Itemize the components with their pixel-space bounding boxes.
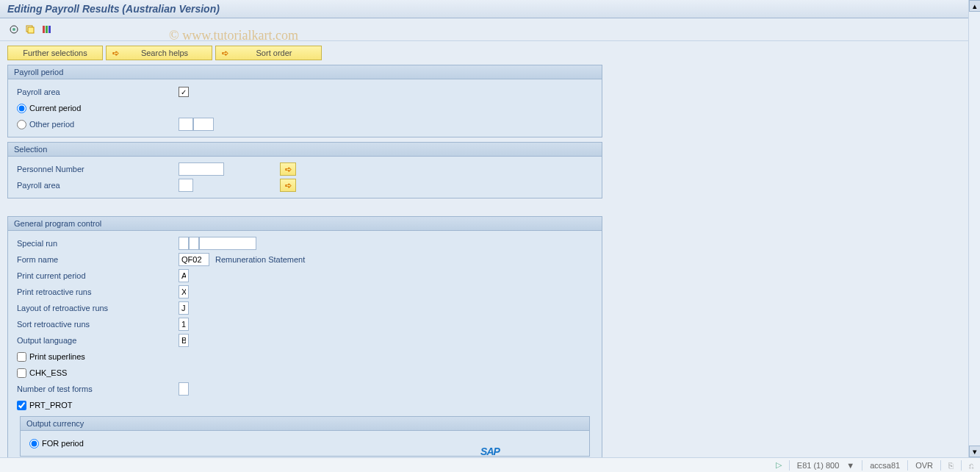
current-period-label: Current period [29,104,81,112]
toolbar [0,18,980,41]
main-content: Payroll period Payroll area ✓ Current pe… [0,65,610,460]
other-period-input-2[interactable] [193,118,214,131]
form-name-label: Form name [17,255,179,264]
special-run-input-3[interactable] [199,237,256,250]
personnel-number-input[interactable] [179,162,224,176]
button-row: Further selections ➪ Search helps ➪ Sort… [0,41,980,65]
status-bar: ▷ E81 (1) 800 ▼ accsa81 OVR ⎘ ⎌ [0,457,980,472]
num-test-forms-input[interactable] [179,382,189,396]
arrow-right-icon: ➪ [285,165,292,174]
layout-retro-input[interactable] [179,301,189,315]
other-period-input-1[interactable] [179,118,193,131]
payroll-period-group: Payroll period Payroll area ✓ Current pe… [7,65,602,137]
dropdown-icon[interactable]: ▼ [846,461,854,470]
prt-prot-label: PRT_PROT [29,401,72,410]
special-run-label: Special run [17,239,179,248]
payroll-period-header: Payroll period [8,65,602,79]
execute-icon[interactable] [7,23,21,36]
menu-icon[interactable] [40,23,53,36]
svg-rect-6 [48,26,51,33]
sort-order-label: Sort order [233,49,315,57]
status-server: accsa81 [870,461,900,470]
print-retro-input[interactable] [179,285,189,298]
status-mode: OVR [915,461,933,470]
general-control-group: General program control Special run Form… [7,216,602,460]
form-name-desc: Remuneration Statement [215,255,305,264]
personnel-number-label: Personnel Number [17,165,179,174]
output-currency-header: Output currency [21,417,589,431]
scroll-down-button[interactable]: ▾ [969,446,980,457]
selection-header: Selection [8,143,602,157]
status-nav-icon[interactable]: ▷ [776,460,782,470]
sap-logo: SAP [480,446,500,457]
special-run-input-1[interactable] [179,237,189,250]
svg-point-1 [12,28,15,31]
search-helps-button[interactable]: ➪ Search helps [106,46,212,60]
svg-rect-5 [46,26,48,33]
for-period-label: FOR period [42,439,84,448]
print-superlines-label: Print superlines [29,352,85,361]
print-current-label: Print current period [17,271,179,280]
sort-retro-input[interactable] [179,318,189,331]
scroll-up-button[interactable]: ▴ [969,0,980,12]
variant-icon[interactable] [24,23,37,36]
vertical-scrollbar[interactable]: ▴ ▾ [968,0,980,457]
further-selections-label: Further selections [23,49,87,57]
status-icon-2[interactable]: ⎌ [969,461,974,470]
status-icon-1[interactable]: ⎘ [948,461,954,470]
page-title: Editing Payroll Results (Australian Vers… [7,3,220,15]
further-selections-button[interactable]: Further selections [7,46,103,60]
prt-prot-checkbox[interactable] [17,401,26,410]
output-lang-input[interactable] [179,334,189,347]
arrow-right-icon: ➪ [285,181,292,190]
payroll-area-required-icon: ✓ [179,87,189,97]
selection-payroll-area-label: Payroll area [17,181,179,190]
search-helps-label: Search helps [123,49,206,57]
chk-ess-checkbox[interactable] [17,368,26,378]
title-bar: Editing Payroll Results (Australian Vers… [0,0,980,18]
output-lang-label: Output language [17,336,179,345]
current-period-radio[interactable] [17,104,26,113]
payroll-area-label: Payroll area [17,87,179,96]
other-period-radio[interactable] [17,120,26,129]
print-current-input[interactable] [179,269,189,282]
arrow-right-icon: ➪ [112,49,119,58]
sort-retro-label: Sort retroactive runs [17,320,179,329]
chk-ess-label: CHK_ESS [29,368,67,377]
personnel-number-multi-button[interactable]: ➪ [280,162,296,176]
for-period-radio[interactable] [29,439,39,448]
svg-rect-4 [43,26,45,33]
payroll-area-multi-button[interactable]: ➪ [280,179,296,192]
print-retro-label: Print retroactive runs [17,287,179,296]
special-run-input-2[interactable] [189,237,199,250]
arrow-right-icon: ➪ [222,49,228,58]
status-system: E81 (1) 800 [797,461,839,470]
layout-retro-label: Layout of retroactive runs [17,304,179,312]
general-control-header: General program control [8,217,602,231]
num-test-forms-label: Number of test forms [17,385,179,393]
selection-group: Selection Personnel Number ➪ Payroll are… [7,142,602,199]
other-period-label: Other period [29,120,74,129]
svg-rect-3 [28,27,34,33]
output-currency-group: Output currency FOR period [20,416,590,457]
print-superlines-checkbox[interactable] [17,352,26,362]
form-name-input[interactable] [179,253,209,266]
selection-payroll-area-input[interactable] [179,179,193,192]
sort-order-button[interactable]: ➪ Sort order [215,46,322,60]
